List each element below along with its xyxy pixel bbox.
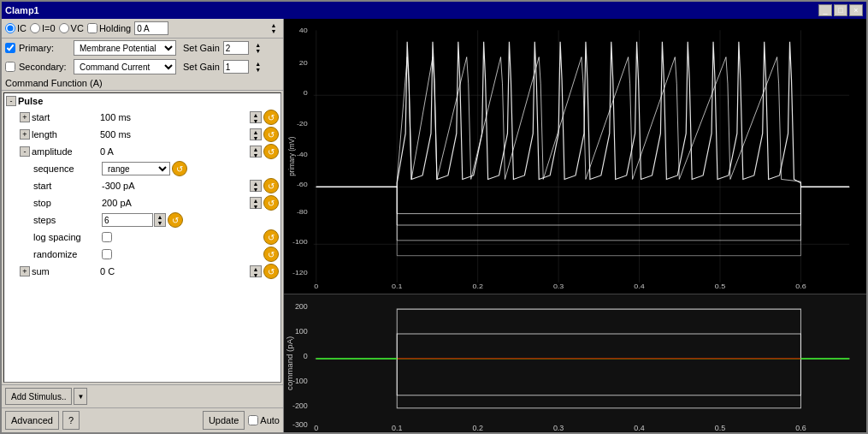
reset-icon-amp-stop: ↺ xyxy=(268,199,275,208)
holding-label[interactable]: Holding xyxy=(87,23,131,33)
primary-set-gain-label: Set Gain xyxy=(183,43,220,53)
randomize-reset[interactable]: ↺ xyxy=(263,247,279,262)
svg-text:-80: -80 xyxy=(297,207,308,215)
amplitude-spin-down[interactable]: ▼ xyxy=(251,152,261,158)
sequence-select[interactable]: range xyxy=(102,162,170,175)
secondary-select[interactable]: Command Current xyxy=(74,59,176,74)
amp-stop-spinner[interactable]: ▲ ▼ xyxy=(250,197,262,209)
tree-row-amplitude: - amplitude 0 A ▲ ▼ ↺ xyxy=(4,143,280,160)
primary-select[interactable]: Membrane Potential xyxy=(74,40,176,56)
sequence-reset[interactable]: ↺ xyxy=(172,161,187,176)
tree-row-steps: steps ▲ ▼ ↺ xyxy=(4,211,280,229)
help-button[interactable]: ? xyxy=(62,411,80,430)
secondary-set-gain-label: Set Gain xyxy=(183,62,220,72)
length-spin-up[interactable]: ▲ xyxy=(251,129,261,135)
amp-start-reset[interactable]: ↺ xyxy=(263,178,279,193)
sum-reset[interactable]: ↺ xyxy=(263,264,279,279)
tree-area: - Pulse + start 100 ms ▲ ▼ ↺ xyxy=(3,92,281,383)
svg-text:40: 40 xyxy=(299,27,308,34)
svg-text:0: 0 xyxy=(304,352,308,360)
svg-text:0: 0 xyxy=(314,282,318,290)
auto-checkbox[interactable] xyxy=(248,415,258,425)
vc-radio-label[interactable]: VC xyxy=(59,23,84,33)
svg-text:0.4: 0.4 xyxy=(634,424,644,432)
amplitude-toggle[interactable]: - xyxy=(20,146,30,157)
restore-button[interactable]: □ xyxy=(834,4,847,16)
vc-radio[interactable] xyxy=(59,23,69,33)
ic-radio[interactable] xyxy=(5,23,15,33)
sum-toggle[interactable]: + xyxy=(20,266,30,276)
sum-spinner[interactable]: ▲ ▼ xyxy=(250,265,262,277)
svg-text:0.2: 0.2 xyxy=(472,424,482,432)
length-reset[interactable]: ↺ xyxy=(263,127,279,142)
amp-stop-down[interactable]: ▼ xyxy=(251,204,261,210)
log-spacing-key: log spacing xyxy=(33,232,102,242)
holding-input[interactable] xyxy=(134,21,168,35)
close-button[interactable]: × xyxy=(849,4,863,16)
amp-start-down[interactable]: ▼ xyxy=(251,187,261,193)
holding-spin-down[interactable]: ▼ xyxy=(268,28,280,34)
log-spacing-checkbox[interactable] xyxy=(102,232,112,242)
amp-start-up[interactable]: ▲ xyxy=(251,181,261,187)
secondary-gain-input[interactable] xyxy=(223,60,249,74)
start-spinner[interactable]: ▲ ▼ xyxy=(250,111,262,123)
svg-text:-120: -120 xyxy=(292,268,308,276)
primary-gain-input[interactable] xyxy=(223,41,249,55)
i0-radio-label[interactable]: I=0 xyxy=(30,23,56,33)
primary-checkbox[interactable] xyxy=(5,43,15,53)
start-toggle[interactable]: + xyxy=(20,112,30,122)
steps-reset[interactable]: ↺ xyxy=(168,212,183,228)
secondary-checkbox[interactable] xyxy=(5,62,15,72)
upper-chart-svg: 40 20 0 -20 -40 -60 -80 -100 -120 primar… xyxy=(284,19,866,294)
start-spin-down[interactable]: ▼ xyxy=(251,118,261,124)
amplitude-reset[interactable]: ↺ xyxy=(263,144,279,159)
start-reset[interactable]: ↺ xyxy=(263,110,279,125)
holding-checkbox[interactable] xyxy=(87,23,97,33)
steps-down[interactable]: ▼ xyxy=(155,220,165,226)
amp-start-spinner[interactable]: ▲ ▼ xyxy=(250,180,262,192)
randomize-checkbox[interactable] xyxy=(102,249,112,259)
log-spacing-reset[interactable]: ↺ xyxy=(263,229,279,245)
ic-label: IC xyxy=(17,23,27,33)
secondary-label: Secondary: xyxy=(19,62,70,72)
secondary-gain-up[interactable]: ▲ xyxy=(252,61,264,67)
advanced-button[interactable]: Advanced xyxy=(5,411,59,430)
length-spinner[interactable]: ▲ ▼ xyxy=(250,128,262,140)
primary-gain-down[interactable]: ▼ xyxy=(252,48,264,54)
svg-text:0.5: 0.5 xyxy=(715,424,725,432)
tree-row-randomize: randomize ↺ xyxy=(4,246,280,263)
steps-input[interactable] xyxy=(102,213,153,227)
amplitude-spin-up[interactable]: ▲ xyxy=(251,146,261,152)
tree-row-length: + length 500 ms ▲ ▼ ↺ xyxy=(4,126,280,143)
amp-stop-up[interactable]: ▲ xyxy=(251,198,261,204)
minimize-button[interactable]: _ xyxy=(818,4,832,16)
i0-label: I=0 xyxy=(42,23,56,33)
sum-val: 0 C xyxy=(100,266,250,276)
update-button[interactable]: Update xyxy=(203,411,245,430)
steps-key: steps xyxy=(33,215,102,225)
lower-chart-svg: 200 100 0 -100 -200 -300 command (pA) 0 … xyxy=(284,294,866,432)
amp-stop-reset[interactable]: ↺ xyxy=(263,195,279,211)
i0-radio[interactable] xyxy=(30,23,40,33)
sum-spin-up[interactable]: ▲ xyxy=(251,266,261,272)
sum-spin-down[interactable]: ▼ xyxy=(251,272,261,278)
length-toggle[interactable]: + xyxy=(20,129,30,140)
ic-radio-label[interactable]: IC xyxy=(5,23,27,33)
auto-label[interactable]: Auto xyxy=(248,415,280,425)
svg-rect-29 xyxy=(284,294,866,432)
window-title: Clamp1 xyxy=(5,5,39,15)
start-spin-up[interactable]: ▲ xyxy=(251,112,261,118)
start-key: start xyxy=(32,112,100,122)
amplitude-spinner[interactable]: ▲ ▼ xyxy=(250,146,262,158)
primary-gain-up[interactable]: ▲ xyxy=(252,42,264,48)
add-stimulus-dropdown[interactable]: ▼ xyxy=(74,388,87,405)
add-stimulus-button[interactable]: Add Stimulus.. xyxy=(5,388,72,405)
svg-text:0: 0 xyxy=(304,89,308,97)
holding-spin-up[interactable]: ▲ xyxy=(268,22,280,28)
length-spin-down[interactable]: ▼ xyxy=(251,135,261,141)
secondary-gain-down[interactable]: ▼ xyxy=(252,67,264,73)
steps-up[interactable]: ▲ xyxy=(155,214,165,220)
pulse-toggle[interactable]: - xyxy=(6,96,16,106)
randomize-key: randomize xyxy=(33,249,102,259)
holding-text: Holding xyxy=(99,23,131,33)
